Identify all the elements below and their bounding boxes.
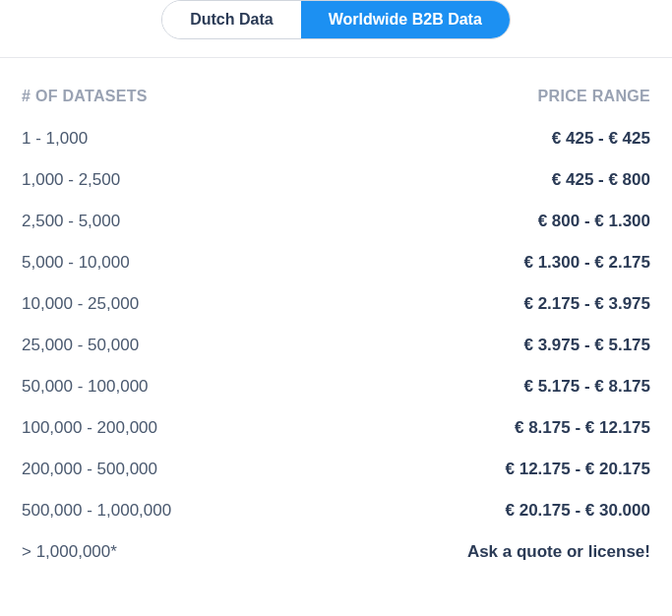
table-row: 50,000 - 100,000€ 5.175 - € 8.175 bbox=[22, 377, 650, 397]
price-cell: € 425 - € 800 bbox=[552, 170, 650, 190]
header-price: PRICE RANGE bbox=[538, 88, 650, 105]
table-row: 500,000 - 1,000,000€ 20.175 - € 30.000 bbox=[22, 501, 650, 521]
dataset-cell: 50,000 - 100,000 bbox=[22, 377, 149, 397]
tab-pill: Dutch Data Worldwide B2B Data bbox=[161, 0, 511, 39]
price-cell: € 1.300 - € 2.175 bbox=[523, 253, 650, 273]
price-cell: € 20.175 - € 30.000 bbox=[506, 501, 650, 521]
dataset-cell: > 1,000,000* bbox=[22, 542, 117, 562]
dataset-cell: 100,000 - 200,000 bbox=[22, 418, 157, 438]
price-cell: € 8.175 - € 12.175 bbox=[515, 418, 650, 438]
price-cell: € 3.975 - € 5.175 bbox=[523, 336, 650, 355]
table-row: 5,000 - 10,000€ 1.300 - € 2.175 bbox=[22, 253, 650, 273]
dataset-cell: 2,500 - 5,000 bbox=[22, 212, 120, 231]
tab-container: Dutch Data Worldwide B2B Data bbox=[0, 0, 672, 57]
price-cell: € 800 - € 1.300 bbox=[538, 212, 650, 231]
price-cell: € 425 - € 425 bbox=[552, 129, 650, 149]
tab-dutch-data[interactable]: Dutch Data bbox=[162, 1, 300, 38]
price-cell: € 2.175 - € 3.975 bbox=[523, 294, 650, 314]
price-cell: € 5.175 - € 8.175 bbox=[523, 377, 650, 397]
dataset-cell: 500,000 - 1,000,000 bbox=[22, 501, 171, 521]
table-row: 2,500 - 5,000€ 800 - € 1.300 bbox=[22, 212, 650, 231]
table-row: 1,000 - 2,500€ 425 - € 800 bbox=[22, 170, 650, 190]
dataset-cell: 10,000 - 25,000 bbox=[22, 294, 139, 314]
dataset-cell: 200,000 - 500,000 bbox=[22, 460, 157, 479]
dataset-cell: 5,000 - 10,000 bbox=[22, 253, 130, 273]
dataset-cell: 1 - 1,000 bbox=[22, 129, 88, 149]
table-body: 1 - 1,000€ 425 - € 4251,000 - 2,500€ 425… bbox=[22, 129, 650, 562]
table-row: 10,000 - 25,000€ 2.175 - € 3.975 bbox=[22, 294, 650, 314]
table-row: > 1,000,000*Ask a quote or license! bbox=[22, 542, 650, 562]
dataset-cell: 1,000 - 2,500 bbox=[22, 170, 120, 190]
dataset-cell: 25,000 - 50,000 bbox=[22, 336, 139, 355]
price-cell: Ask a quote or license! bbox=[467, 542, 650, 562]
table-row: 200,000 - 500,000€ 12.175 - € 20.175 bbox=[22, 460, 650, 479]
table-header: # OF DATASETS PRICE RANGE bbox=[22, 88, 650, 105]
price-cell: € 12.175 - € 20.175 bbox=[506, 460, 650, 479]
table-row: 100,000 - 200,000€ 8.175 - € 12.175 bbox=[22, 418, 650, 438]
pricing-table: # OF DATASETS PRICE RANGE 1 - 1,000€ 425… bbox=[0, 58, 672, 597]
table-row: 1 - 1,000€ 425 - € 425 bbox=[22, 129, 650, 149]
header-datasets: # OF DATASETS bbox=[22, 88, 148, 105]
tab-worldwide-b2b[interactable]: Worldwide B2B Data bbox=[301, 1, 510, 38]
table-row: 25,000 - 50,000€ 3.975 - € 5.175 bbox=[22, 336, 650, 355]
